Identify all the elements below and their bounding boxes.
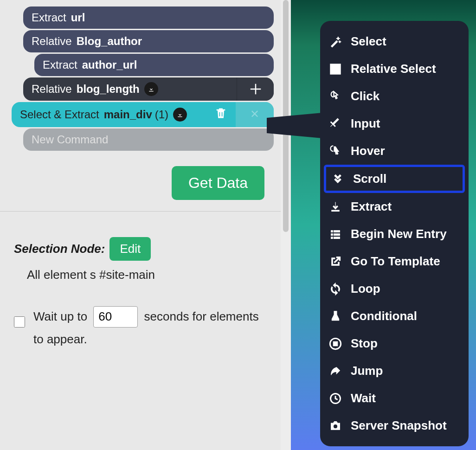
cmd-name: author_url [82, 58, 137, 71]
hover-icon [328, 144, 342, 158]
menu-relative-select[interactable]: Relative Select [320, 55, 469, 83]
wait-checkbox[interactable] [14, 316, 25, 328]
external-link-icon [328, 255, 342, 269]
selection-selector-text: All element s #site-main [27, 268, 267, 282]
cmd-type: Extract [32, 11, 66, 24]
menu-label: Go To Template [351, 254, 440, 269]
menu-begin-new-entry[interactable]: Begin New Entry [320, 220, 469, 248]
wand-icon [328, 35, 342, 49]
download-icon[interactable] [144, 82, 158, 96]
cmd-extract-author-url[interactable]: Extract author_url [34, 54, 274, 76]
menu-hover[interactable]: Hover [320, 137, 469, 165]
wait-text-block: Wait up to seconds for elements to appea… [33, 305, 259, 351]
wait-prefix: Wait up to [33, 309, 90, 323]
wait-suffix: to appear. [33, 332, 87, 346]
loop-icon [328, 282, 342, 296]
new-command-placeholder[interactable]: New Command [23, 129, 274, 151]
cmd-relative-blog-author[interactable]: Relative Blog_author [23, 30, 274, 52]
stop-icon [328, 337, 342, 351]
menu-label: Extract [351, 199, 392, 214]
selection-node-section: Selection Node: Edit All element s #site… [0, 212, 281, 351]
wait-middle: seconds for elements [141, 309, 258, 323]
command-context-menu: Select Relative Select Click Input Hover… [320, 21, 469, 446]
edit-button[interactable]: Edit [109, 237, 151, 261]
menu-server-snapshot[interactable]: Server Snapshot [320, 412, 469, 439]
cmd-count: (1) [155, 108, 168, 121]
menu-label: Stop [351, 336, 378, 351]
cmd-select-extract-main-div[interactable]: Select & Extract main_div (1) [12, 102, 274, 127]
new-command-label: New Command [32, 133, 108, 146]
cmd-relative-blog-length[interactable]: Relative blog_length [23, 77, 274, 101]
menu-label: Jump [351, 364, 383, 378]
cmd-name: Blog_author [77, 35, 142, 48]
menu-extract[interactable]: Extract [320, 193, 469, 220]
camera-icon [328, 419, 342, 433]
cmd-name: blog_length [77, 83, 140, 96]
menu-label: Hover [351, 144, 385, 158]
menu-select[interactable]: Select [320, 28, 469, 55]
menu-label: Scroll [353, 172, 386, 186]
menu-input[interactable]: Input [320, 110, 469, 137]
cmd-name: main_div [104, 108, 152, 121]
cmd-type: Relative [32, 83, 72, 96]
left-panel: Extract url Relative Blog_author Extract… [0, 0, 281, 450]
svg-rect-3 [333, 341, 337, 346]
download-icon[interactable] [173, 108, 187, 122]
svg-rect-1 [333, 67, 337, 71]
menu-label: Select [351, 34, 386, 49]
commands-list: Extract url Relative Blog_author Extract… [0, 6, 281, 151]
menu-click[interactable]: Click [320, 83, 469, 110]
relative-select-icon [328, 62, 342, 76]
menu-jump[interactable]: Jump [320, 357, 469, 385]
delete-icon[interactable] [214, 107, 227, 122]
menu-conditional[interactable]: Conditional [320, 302, 469, 330]
add-child-button[interactable] [237, 77, 274, 101]
cmd-name: url [71, 11, 85, 24]
menu-label: Wait [351, 391, 376, 405]
clock-icon [328, 392, 342, 405]
scroll-icon [331, 172, 345, 186]
get-data-button[interactable]: Get Data [172, 166, 264, 200]
list-icon [328, 227, 342, 241]
wait-seconds-input[interactable] [93, 306, 138, 328]
menu-go-to-template[interactable]: Go To Template [320, 248, 469, 275]
cmd-type: Relative [32, 35, 72, 48]
extract-icon [328, 200, 342, 214]
selection-node-label: Selection Node: [14, 242, 105, 256]
cmd-type: Select & Extract [20, 108, 99, 121]
jump-icon [328, 364, 342, 378]
menu-label: Relative Select [351, 62, 436, 76]
menu-label: Loop [351, 282, 380, 296]
conditional-icon [328, 309, 342, 323]
menu-stop[interactable]: Stop [320, 330, 469, 357]
click-icon [328, 90, 342, 103]
cmd-extract-url[interactable]: Extract url [23, 6, 274, 29]
vertical-scrollbar[interactable] [281, 0, 291, 450]
menu-wait[interactable]: Wait [320, 385, 469, 412]
input-icon [328, 117, 342, 131]
menu-label: Conditional [351, 309, 417, 323]
menu-label: Click [351, 89, 380, 103]
menu-label: Input [351, 116, 380, 131]
menu-loop[interactable]: Loop [320, 275, 469, 302]
menu-label: Server Snapshot [351, 418, 447, 433]
menu-label: Begin New Entry [351, 227, 447, 241]
cmd-type: Extract [43, 58, 77, 71]
menu-scroll[interactable]: Scroll [324, 165, 465, 193]
